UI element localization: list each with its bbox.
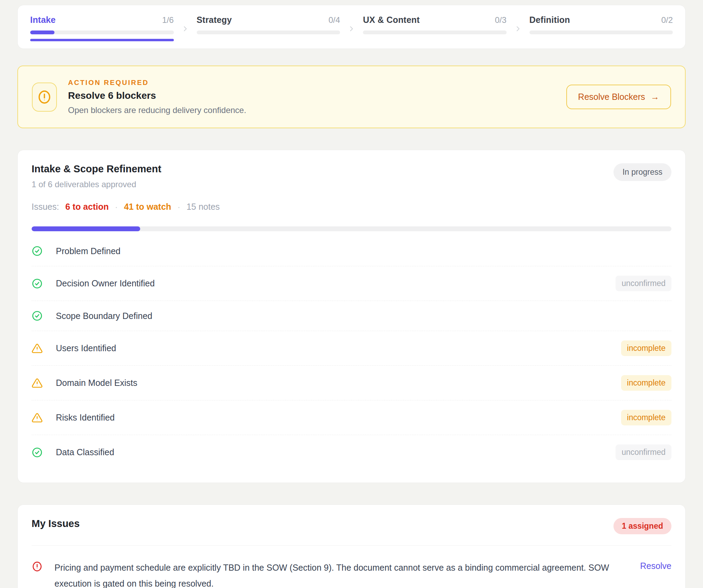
step-label: Definition xyxy=(530,15,570,25)
banner-kicker: ACTION REQUIRED xyxy=(68,79,566,87)
chevron-right-icon xyxy=(507,15,530,49)
resolve-blockers-button-label: Resolve Blockers xyxy=(578,92,645,102)
warning-triangle-icon xyxy=(32,378,43,389)
check-circle-icon xyxy=(32,447,43,458)
checklist-item-label: Scope Boundary Defined xyxy=(56,311,671,321)
issue-row: Pricing and payment schedule are explici… xyxy=(32,546,671,588)
status-badge: In progress xyxy=(613,163,671,181)
stage-card-title: Intake & Scope Refinement xyxy=(32,163,220,175)
stage-progress-track xyxy=(32,226,671,231)
checklist-row[interactable]: Data Classified unconfirmed xyxy=(32,435,671,469)
issues-notes-count[interactable]: 15 notes xyxy=(186,202,220,212)
checklist-item-badge: unconfirmed xyxy=(616,276,671,291)
step-progress-track xyxy=(363,31,507,34)
step-progress-track xyxy=(30,31,174,34)
issues-to-action-count[interactable]: 6 to action xyxy=(65,202,109,212)
checklist-item-label: Data Classified xyxy=(56,447,616,457)
step-progress-fill xyxy=(30,31,54,34)
checklist-row[interactable]: Scope Boundary Defined xyxy=(32,301,671,331)
issues-summary: Issues: 6 to action · 41 to watch · 15 n… xyxy=(32,202,220,212)
assigned-count-badge: 1 assigned xyxy=(613,518,671,534)
step-count: 0/2 xyxy=(661,15,673,25)
checklist-item-badge: unconfirmed xyxy=(616,444,671,460)
check-circle-icon xyxy=(32,310,43,321)
action-required-banner: ACTION REQUIRED Resolve 6 blockers Open … xyxy=(17,66,686,128)
stepper-step-strategy[interactable]: Strategy 0/4 xyxy=(197,15,340,49)
issues-to-watch-count[interactable]: 41 to watch xyxy=(124,202,171,212)
alert-circle-icon xyxy=(32,83,57,112)
checklist-item-badge: incomplete xyxy=(621,340,671,356)
checklist-row[interactable]: Problem Defined xyxy=(32,236,671,266)
chevron-right-icon xyxy=(174,15,197,49)
checklist-item-label: Problem Defined xyxy=(56,246,671,256)
warning-triangle-icon xyxy=(32,412,43,423)
resolve-blockers-button[interactable]: Resolve Blockers → xyxy=(566,85,671,109)
step-count: 1/6 xyxy=(162,15,173,25)
stepper-step-intake[interactable]: Intake 1/6 xyxy=(30,15,174,49)
stepper-step-definition[interactable]: Definition 0/2 xyxy=(530,15,673,49)
step-count: 0/4 xyxy=(329,15,340,25)
resolve-link[interactable]: Resolve xyxy=(640,561,671,571)
alert-circle-icon xyxy=(32,561,43,572)
step-progress-track xyxy=(197,31,340,34)
checklist-item-badge: incomplete xyxy=(621,375,671,391)
step-label: UX & Content xyxy=(363,15,420,25)
banner-title: Resolve 6 blockers xyxy=(68,90,566,101)
issues-label: Issues: xyxy=(32,202,59,212)
step-label: Intake xyxy=(30,15,56,25)
my-issues-card: My Issues 1 assigned Pricing and payment… xyxy=(17,504,686,588)
page: Intake 1/6 Strategy 0/4 UX & Cont xyxy=(0,0,703,588)
chevron-right-icon xyxy=(340,15,363,49)
checklist-item-label: Risks Identified xyxy=(56,413,621,423)
checklist-item-label: Domain Model Exists xyxy=(56,378,621,388)
step-count: 0/3 xyxy=(495,15,506,25)
step-progress-track xyxy=(530,31,673,34)
step-label: Strategy xyxy=(197,15,232,25)
issue-description: Pricing and payment schedule are explici… xyxy=(54,560,625,588)
check-circle-icon xyxy=(32,245,43,257)
deliverables-checklist: Problem Defined Decision Owner Identifie… xyxy=(32,236,671,469)
checklist-row[interactable]: Users Identified incomplete xyxy=(32,331,671,366)
arrow-right-icon: → xyxy=(651,92,659,102)
stage-card-subtitle: 1 of 6 deliverables approved xyxy=(32,180,220,189)
checklist-item-label: Decision Owner Identified xyxy=(56,278,616,288)
checklist-item-label: Users Identified xyxy=(56,343,621,353)
warning-triangle-icon xyxy=(32,343,43,354)
banner-subtitle: Open blockers are reducing delivery conf… xyxy=(68,105,566,115)
check-circle-icon xyxy=(32,278,43,289)
stage-progress-fill xyxy=(32,226,140,231)
checklist-row[interactable]: Decision Owner Identified unconfirmed xyxy=(32,266,671,301)
dot-separator: · xyxy=(115,202,118,212)
stepper-step-ux-content[interactable]: UX & Content 0/3 xyxy=(363,15,507,49)
dot-separator: · xyxy=(177,202,180,212)
stage-stepper: Intake 1/6 Strategy 0/4 UX & Cont xyxy=(17,5,686,49)
checklist-item-badge: incomplete xyxy=(621,410,671,425)
checklist-row[interactable]: Risks Identified incomplete xyxy=(32,400,671,435)
stage-detail-card: Intake & Scope Refinement 1 of 6 deliver… xyxy=(17,150,686,483)
checklist-row[interactable]: Domain Model Exists incomplete xyxy=(32,366,671,400)
my-issues-title: My Issues xyxy=(32,518,80,529)
active-step-underline xyxy=(30,39,174,41)
